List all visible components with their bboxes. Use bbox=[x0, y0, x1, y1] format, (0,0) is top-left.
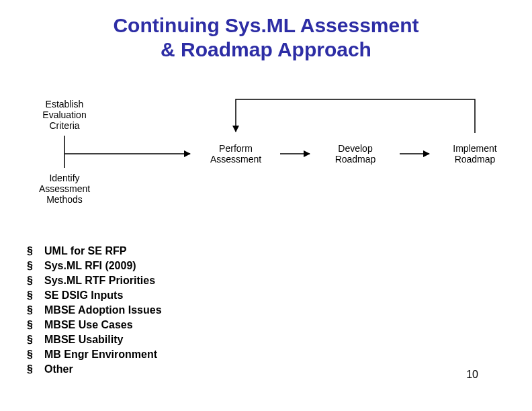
title-line-2: & Roadmap Approach bbox=[161, 38, 371, 60]
list-item: §MBSE Use Cases bbox=[27, 319, 162, 331]
list-item: §MB Engr Environment bbox=[27, 349, 162, 361]
list-item: §Other bbox=[27, 363, 162, 375]
bullet-text: Other bbox=[44, 363, 73, 375]
bullet-text: MBSE Use Cases bbox=[44, 319, 133, 331]
connectors bbox=[20, 87, 517, 228]
bullet-text: Sys.ML RFI (2009) bbox=[44, 260, 136, 272]
bullet-mark-icon: § bbox=[27, 289, 44, 302]
list-item: §Sys.ML RTF Priorities bbox=[27, 275, 162, 287]
list-item: §MBSE Adoption Issues bbox=[27, 304, 162, 316]
bullet-text: MBSE Adoption Issues bbox=[44, 304, 162, 316]
bullet-list: §UML for SE RFP §Sys.ML RFI (2009) §Sys.… bbox=[27, 245, 162, 378]
title-line-1: Continuing Sys.ML Assessment bbox=[113, 14, 418, 36]
bullet-mark-icon: § bbox=[27, 349, 44, 361]
bullet-mark-icon: § bbox=[27, 245, 44, 257]
page-number: 10 bbox=[466, 369, 478, 381]
bullet-mark-icon: § bbox=[27, 260, 44, 272]
list-item: §Sys.ML RFI (2009) bbox=[27, 260, 162, 272]
process-diagram: Establish Evaluation Criteria Identify A… bbox=[20, 87, 517, 228]
list-item: §UML for SE RFP bbox=[27, 245, 162, 257]
bullet-mark-icon: § bbox=[27, 319, 44, 331]
bullet-text: Sys.ML RTF Priorities bbox=[44, 275, 155, 287]
list-item: §SE DSIG Inputs bbox=[27, 289, 162, 302]
bullet-mark-icon: § bbox=[27, 304, 44, 316]
bullet-mark-icon: § bbox=[27, 334, 44, 346]
bullet-text: SE DSIG Inputs bbox=[44, 289, 123, 302]
slide-title: Continuing Sys.ML Assessment & Roadmap A… bbox=[0, 13, 532, 62]
bullet-text: MBSE Usability bbox=[44, 334, 123, 346]
bullet-text: UML for SE RFP bbox=[44, 245, 126, 257]
bullet-mark-icon: § bbox=[27, 363, 44, 375]
bullet-text: MB Engr Environment bbox=[44, 349, 157, 361]
list-item: §MBSE Usability bbox=[27, 334, 162, 346]
slide: Continuing Sys.ML Assessment & Roadmap A… bbox=[0, 0, 532, 411]
bullet-mark-icon: § bbox=[27, 275, 44, 287]
